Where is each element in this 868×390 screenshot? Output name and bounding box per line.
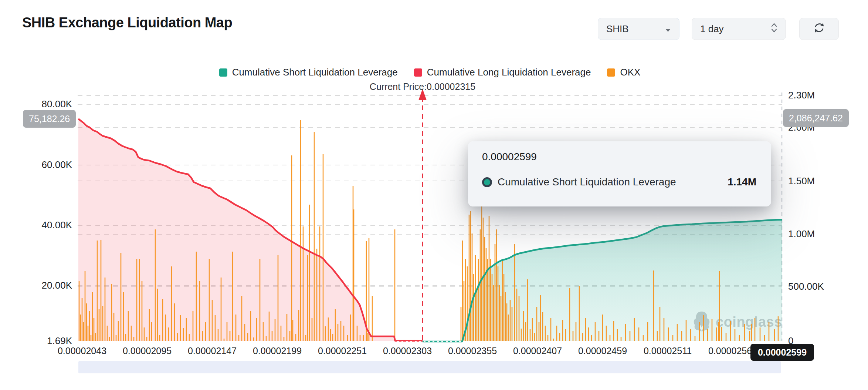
tooltip-series-label: Cumulative Short Liquidation Leverage xyxy=(498,176,676,188)
x-axis-tick-label: 0.00002407 xyxy=(502,346,573,356)
left-axis-tick-label: 40.00K xyxy=(11,219,72,231)
legend-label: Cumulative Short Liquidation Leverage xyxy=(232,67,398,78)
legend-item[interactable]: Cumulative Long Liquidation Leverage xyxy=(414,67,591,78)
x-axis-tick-label: 0.00002043 xyxy=(47,346,117,356)
legend-item[interactable]: OKX xyxy=(607,67,640,78)
x-axis-tick-label: 0.00002355 xyxy=(437,346,508,356)
long-liquidation-area xyxy=(78,119,423,341)
legend-item[interactable]: Cumulative Short Liquidation Leverage xyxy=(219,67,398,78)
tooltip-series-value: 1.14M xyxy=(728,176,756,188)
series-marker-icon xyxy=(482,177,492,187)
chevron-down-icon xyxy=(665,23,671,35)
x-axis-tick-label: 0.00002459 xyxy=(567,346,638,356)
right-axis-tick-label: 1.50M xyxy=(788,175,815,187)
legend-swatch-icon xyxy=(607,68,615,77)
tooltip-price: 0.00002599 xyxy=(482,151,537,163)
tooltip-series-row: Cumulative Short Liquidation Leverage 1.… xyxy=(482,176,756,188)
left-axis-tick-label: 60.00K xyxy=(11,159,72,171)
x-axis-tick-label: 0.00002095 xyxy=(112,346,182,356)
legend-label: Cumulative Long Liquidation Leverage xyxy=(427,67,591,78)
x-axis-tick-label: 0.00002251 xyxy=(307,346,377,356)
left-axis-tick-label: 1.69K xyxy=(11,335,72,347)
left-axis-tick-label: 80.00K xyxy=(11,98,72,110)
refresh-icon xyxy=(813,21,825,37)
right-axis-tick-label: 1.00M xyxy=(788,228,815,240)
page-title: SHIB Exchange Liquidation Map xyxy=(22,15,232,31)
right-axis-tick-label: 2.30M xyxy=(788,90,815,101)
x-axis-tick-label: 0.00002303 xyxy=(372,346,443,356)
right-axis-value-badge: 2,086,247.62 xyxy=(783,109,849,127)
x-axis-tick-label: 0.00002511 xyxy=(633,346,703,356)
left-axis-tick-label: 20.00K xyxy=(11,280,72,291)
symbol-select-value: SHIB xyxy=(606,23,629,35)
interval-select-value: 1 day xyxy=(700,23,724,35)
x-axis-tick-label: 0.00002147 xyxy=(177,346,247,356)
refresh-button[interactable] xyxy=(799,18,839,40)
chart-tooltip: 0.00002599 Cumulative Short Liquidation … xyxy=(468,141,771,206)
current-price-label: Current Price:0.00002315 xyxy=(370,81,475,92)
chart-legend: Cumulative Short Liquidation LeverageCum… xyxy=(78,67,782,78)
x-axis-cursor-badge: 0.00002599 xyxy=(750,344,814,361)
symbol-select[interactable]: SHIB xyxy=(598,18,679,40)
spinner-up-down-icon xyxy=(771,23,777,36)
legend-swatch-icon xyxy=(414,68,422,77)
liquidation-map-page: SHIB Exchange Liquidation Map SHIB 1 day… xyxy=(0,0,868,390)
legend-swatch-icon xyxy=(219,68,227,77)
legend-label: OKX xyxy=(620,67,640,78)
right-axis-tick-label: 500.00K xyxy=(788,281,824,292)
x-axis-tick-label: 0.00002199 xyxy=(242,346,312,356)
interval-select[interactable]: 1 day xyxy=(692,18,786,40)
left-axis-value-badge: 75,182.26 xyxy=(23,110,76,128)
